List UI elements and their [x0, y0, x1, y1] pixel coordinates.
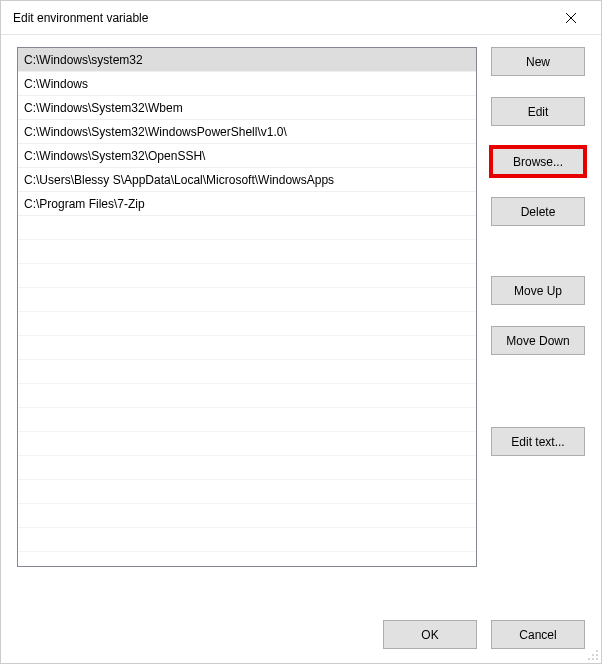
list-item-empty — [18, 504, 476, 528]
move-up-button[interactable]: Move Up — [491, 276, 585, 305]
titlebar: Edit environment variable — [1, 1, 601, 35]
list-item[interactable]: C:\Windows\System32\WindowsPowerShell\v1… — [18, 120, 476, 144]
edit-button[interactable]: Edit — [491, 97, 585, 126]
list-item-empty — [18, 480, 476, 504]
list-item-empty — [18, 312, 476, 336]
list-item[interactable]: C:\Windows\System32\Wbem — [18, 96, 476, 120]
svg-point-4 — [596, 654, 598, 656]
move-down-button[interactable]: Move Down — [491, 326, 585, 355]
list-item[interactable]: C:\Windows — [18, 72, 476, 96]
resize-grip[interactable] — [587, 649, 599, 661]
close-button[interactable] — [551, 2, 591, 34]
main-area: C:\Windows\system32C:\WindowsC:\Windows\… — [17, 47, 585, 600]
list-item-empty — [18, 216, 476, 240]
svg-point-7 — [596, 658, 598, 660]
list-item-empty — [18, 288, 476, 312]
dialog-footer: OK Cancel — [17, 600, 585, 649]
new-button[interactable]: New — [491, 47, 585, 76]
list-item-empty — [18, 360, 476, 384]
delete-button[interactable]: Delete — [491, 197, 585, 226]
cancel-button[interactable]: Cancel — [491, 620, 585, 649]
window-title: Edit environment variable — [13, 11, 551, 25]
list-item-empty — [18, 240, 476, 264]
edit-text-button[interactable]: Edit text... — [491, 427, 585, 456]
browse-button[interactable]: Browse... — [491, 147, 585, 176]
list-item-empty — [18, 408, 476, 432]
list-item[interactable]: C:\Windows\system32 — [18, 48, 476, 72]
svg-point-2 — [596, 650, 598, 652]
button-column: New Edit Browse... Delete Move Up Move D… — [491, 47, 585, 600]
close-icon — [566, 13, 576, 23]
list-item-empty — [18, 456, 476, 480]
list-item-empty — [18, 432, 476, 456]
list-item[interactable]: C:\Users\Blessy S\AppData\Local\Microsof… — [18, 168, 476, 192]
list-item[interactable]: C:\Program Files\7-Zip — [18, 192, 476, 216]
list-item-empty — [18, 264, 476, 288]
edit-env-var-dialog: Edit environment variable C:\Windows\sys… — [0, 0, 602, 664]
svg-point-5 — [588, 658, 590, 660]
list-item[interactable]: C:\Windows\System32\OpenSSH\ — [18, 144, 476, 168]
list-item-empty — [18, 384, 476, 408]
ok-button[interactable]: OK — [383, 620, 477, 649]
path-listbox[interactable]: C:\Windows\system32C:\WindowsC:\Windows\… — [17, 47, 477, 567]
list-item-empty — [18, 336, 476, 360]
svg-point-6 — [592, 658, 594, 660]
svg-point-3 — [592, 654, 594, 656]
list-item-empty — [18, 528, 476, 552]
dialog-content: C:\Windows\system32C:\WindowsC:\Windows\… — [1, 35, 601, 663]
